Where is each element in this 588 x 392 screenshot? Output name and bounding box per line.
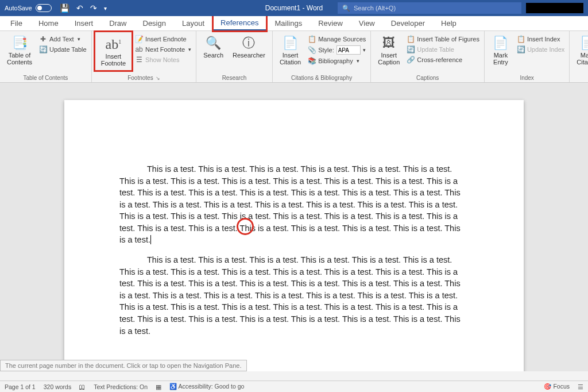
insert-index-button[interactable]: 📋Insert Index [516, 34, 566, 44]
paragraph-1[interactable]: This is a test. This is a test. This is … [119, 163, 469, 246]
tab-draw[interactable]: Draw [102, 17, 133, 30]
footnote-icon: ab1 [106, 36, 122, 53]
group-research: 🔍 Search ⓘ Researcher Research [196, 31, 273, 82]
mark-entry-button[interactable]: 📄 Mark Entry [488, 32, 513, 68]
group-toa: 📄 Mark Citation [570, 31, 588, 82]
next-footnote-icon: ab [135, 45, 143, 53]
style-icon: 📎 [308, 46, 316, 54]
group-toc: 📑 Table of Contents ✚Add Text▾ 🔄Update T… [0, 31, 92, 82]
tab-view[interactable]: View [352, 17, 382, 30]
tab-home[interactable]: Home [32, 17, 65, 30]
qat-dropdown-icon[interactable]: ▾ [104, 5, 107, 11]
bibliography-button[interactable]: 📚Bibliography▾ [307, 56, 367, 66]
insert-footnote-label: Insert Footnote [101, 53, 126, 67]
researcher-icon: ⓘ [242, 34, 255, 52]
researcher-button[interactable]: ⓘ Researcher [229, 32, 269, 61]
status-words[interactable]: 320 words [44, 383, 71, 390]
toc-label: Table of Contents [7, 52, 32, 66]
insert-index-icon: 📋 [517, 35, 525, 43]
status-language-icon[interactable]: 🕮 [79, 383, 86, 390]
annotation-cursor-circle [237, 218, 254, 235]
toc-icon: 📑 [12, 34, 28, 52]
undo-icon[interactable]: ↶ [76, 3, 83, 13]
view-print-icon[interactable]: ☰ [578, 383, 583, 390]
paragraph-2[interactable]: This is a test. This is a test. This is … [119, 254, 469, 337]
manage-sources-icon: 📋 [308, 35, 316, 43]
update-table-button[interactable]: 🔄Update Table [38, 45, 88, 54]
show-notes-button: ☰Show Notes [134, 55, 192, 64]
footnotes-dialog-launcher[interactable]: ↘ [156, 75, 160, 81]
update-caption-table-button: 🔄Update Table [405, 45, 481, 54]
insert-endnote-button[interactable]: 📝Insert Endnote [134, 34, 192, 44]
search-placeholder: Search (Alt+Q) [354, 5, 396, 11]
bibliography-icon: 📚 [308, 57, 316, 65]
group-citations: 📄 Insert Citation 📋Manage Sources 📎Style… [273, 31, 371, 82]
insert-caption-button[interactable]: 🖼 Insert Caption [374, 32, 403, 68]
tab-insert[interactable]: Insert [68, 17, 100, 30]
account-redacted [526, 3, 583, 13]
add-text-icon: ✚ [39, 35, 47, 43]
group-label-citations: Citations & Bibliography [276, 74, 367, 82]
tab-mailings[interactable]: Mailings [268, 17, 310, 30]
ribbon-tabs: File Home Insert Draw Design Layout Refe… [0, 16, 588, 31]
endnote-icon: 📝 [135, 35, 143, 43]
cross-reference-button[interactable]: 🔗Cross-reference [405, 55, 481, 64]
status-tooltip: The current page number in the document.… [0, 360, 247, 371]
update-index-icon: 🔄 [517, 45, 525, 53]
group-label-captions: Captions [374, 74, 481, 82]
status-macro-icon[interactable]: ▦ [156, 383, 161, 390]
search-bar[interactable]: 🔍 Search (Alt+Q) [338, 2, 521, 14]
group-label-research: Research [200, 74, 269, 82]
search-ribbon-icon: 🔍 [206, 34, 221, 52]
tof-icon: 📋 [407, 35, 415, 43]
table-of-contents-button[interactable]: 📑 Table of Contents [3, 32, 36, 68]
mark-citation-button[interactable]: 📄 Mark Citation [573, 32, 588, 68]
crossref-icon: 🔗 [407, 56, 415, 64]
group-index: 📄 Mark Entry 📋Insert Index 🔄Update Index… [485, 31, 570, 82]
quick-access-toolbar: 💾 ↶ ↷ ▾ [60, 3, 107, 13]
group-label-footnotes: Footnotes [127, 75, 153, 81]
autosave-switch[interactable] [36, 4, 52, 12]
group-label-toc: Table of Contents [3, 74, 88, 82]
style-value-input[interactable] [336, 45, 361, 55]
tab-help[interactable]: Help [434, 17, 463, 30]
search-icon: 🔍 [342, 5, 350, 12]
insert-citation-icon: 📄 [283, 34, 298, 52]
insert-citation-button[interactable]: 📄 Insert Citation [276, 32, 304, 68]
update-caption-icon: 🔄 [407, 45, 415, 53]
title-bar: AutoSave 💾 ↶ ↷ ▾ Document1 - Word 🔍 Sear… [0, 0, 588, 16]
tab-design[interactable]: Design [136, 17, 173, 30]
autosave-toggle[interactable]: AutoSave [5, 4, 52, 12]
update-toc-icon: 🔄 [39, 45, 47, 53]
status-focus[interactable]: 🎯 Focus [544, 383, 570, 390]
mark-citation-icon: 📄 [580, 34, 589, 52]
add-text-button[interactable]: ✚Add Text▾ [38, 34, 88, 44]
status-page[interactable]: Page 1 of 1 [5, 383, 36, 390]
tab-layout[interactable]: Layout [175, 17, 211, 30]
document-canvas[interactable]: This is a test. This is a test. This is … [0, 83, 588, 371]
mark-entry-icon: 📄 [493, 34, 508, 52]
status-accessibility[interactable]: ♿ Accessibility: Good to go [169, 383, 244, 390]
tab-references[interactable]: References [214, 16, 265, 30]
tab-file[interactable]: File [3, 17, 29, 30]
ribbon: 📑 Table of Contents ✚Add Text▾ 🔄Update T… [0, 31, 588, 83]
citation-style-selector[interactable]: 📎Style:▾ [307, 45, 367, 55]
group-footnotes: ab1 Insert Footnote 📝Insert Endnote abNe… [92, 31, 197, 82]
document-title: Document1 - Word [265, 4, 323, 12]
manage-sources-button[interactable]: 📋Manage Sources [307, 34, 367, 44]
search-button[interactable]: 🔍 Search [200, 32, 227, 61]
status-bar: Page 1 of 1 320 words 🕮 Text Predictions… [0, 381, 588, 392]
status-text-predictions[interactable]: Text Predictions: On [94, 383, 148, 390]
insert-tof-button[interactable]: 📋Insert Table of Figures [405, 34, 481, 44]
next-footnote-button[interactable]: abNext Footnote▾ [134, 45, 192, 54]
tab-developer[interactable]: Developer [384, 17, 432, 30]
autosave-label: AutoSave [5, 5, 32, 11]
document-page[interactable]: This is a test. This is a test. This is … [64, 100, 524, 371]
tab-review[interactable]: Review [311, 17, 350, 30]
save-icon[interactable]: 💾 [60, 3, 69, 13]
group-label-index: Index [488, 74, 566, 82]
redo-icon[interactable]: ↷ [90, 3, 97, 13]
update-index-button: 🔄Update Index [516, 45, 566, 54]
insert-footnote-button[interactable]: ab1 Insert Footnote [98, 33, 129, 69]
group-captions: 🖼 Insert Caption 📋Insert Table of Figure… [371, 31, 485, 82]
